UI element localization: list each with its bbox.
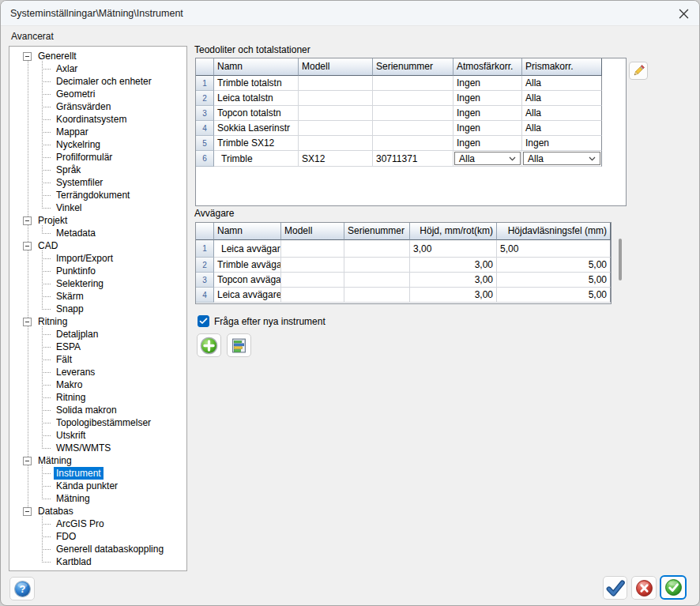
row-header[interactable]: 3	[196, 106, 214, 121]
grid-cell[interactable]	[299, 91, 373, 106]
grid-cell[interactable]: 3,00	[410, 288, 497, 303]
grid-cell[interactable]: 3,00	[410, 273, 497, 288]
grid-cell[interactable]	[373, 121, 453, 136]
column-header-namn[interactable]: Namn	[214, 58, 299, 76]
grid-cell[interactable]	[373, 106, 453, 121]
grid-cell[interactable]: 3,00	[410, 240, 497, 258]
grid-cell[interactable]	[373, 91, 453, 106]
row-header[interactable]: 4	[196, 121, 214, 136]
grid-cell[interactable]: Ingen	[453, 121, 522, 136]
tree-node-koordinatsystem[interactable]: Koordinatsystem	[9, 113, 186, 126]
close-button[interactable]	[676, 6, 691, 21]
grid-cell[interactable]: 5,00	[497, 288, 611, 303]
add-instrument-button[interactable]	[197, 333, 221, 357]
grid-cell[interactable]	[281, 258, 344, 273]
row-header[interactable]: 3	[196, 273, 214, 288]
tree-node-mätning[interactable]: Mätning	[9, 492, 186, 505]
tree-node-wms-wmts[interactable]: WMS/WMTS	[9, 442, 186, 454]
grid-cell[interactable]: Trimble	[214, 151, 299, 167]
tree-node-fdo[interactable]: FDO	[9, 530, 186, 543]
grid-cell[interactable]: Trimble avvägare	[214, 258, 281, 273]
tree-node-selektering[interactable]: Selektering	[9, 277, 186, 290]
column-header-namn[interactable]: Namn	[214, 223, 281, 240]
collapse-icon[interactable]	[23, 52, 32, 61]
grid-cell[interactable]: Topcon avvägare	[214, 273, 281, 288]
grid-cell[interactable]	[281, 288, 344, 303]
row-header[interactable]: 1	[196, 240, 214, 258]
column-header-serienummer[interactable]: Serienummer	[373, 58, 453, 76]
grid-cell[interactable]: Topcon totalstn	[214, 106, 299, 121]
column-header-modell[interactable]: Modell	[281, 223, 344, 240]
tree-node-utskrift[interactable]: Utskrift	[9, 429, 186, 442]
grid-cell[interactable]	[344, 240, 410, 258]
tree-node-ritning[interactable]: Ritning	[9, 315, 186, 328]
grid-cell[interactable]: 5,00	[497, 273, 611, 288]
tree-node-leverans[interactable]: Leverans	[9, 366, 186, 378]
grid-cell[interactable]	[299, 136, 373, 151]
grid-cell[interactable]	[281, 273, 344, 288]
collapse-icon[interactable]	[23, 216, 32, 225]
grid-cell[interactable]: Leica avvägare	[214, 240, 281, 258]
tree-node-kända-punkter[interactable]: Kända punkter	[9, 480, 186, 492]
grid-cell[interactable]: Ingen	[453, 106, 522, 121]
tree-node-databas[interactable]: Databas	[9, 505, 186, 518]
ok-button[interactable]	[660, 575, 687, 600]
grid-cell[interactable]	[299, 121, 373, 136]
collapse-icon[interactable]	[23, 457, 32, 465]
tree-node-nyckelring[interactable]: Nyckelring	[9, 138, 186, 151]
row-header[interactable]: 5	[196, 136, 214, 151]
grid-cell[interactable]: SX12	[299, 151, 373, 167]
grid-cell[interactable]: Leica avvägare	[214, 288, 281, 303]
grid-corner-cell[interactable]	[196, 223, 214, 240]
tree-node-instrument[interactable]: Instrument	[9, 467, 186, 480]
tree-node-profilformulär[interactable]: Profilformulär	[9, 151, 186, 164]
grid-cell[interactable]: Trimble totalstn	[214, 76, 299, 91]
grid-cell[interactable]: Trimble SX12	[214, 136, 299, 151]
column-header-höjd-mm-rot-km[interactable]: Höjd, mm/rot(km)	[410, 223, 497, 240]
ask-new-instrument-checkbox[interactable]	[198, 315, 209, 327]
column-header-prismakorr[interactable]: Prismakorr.	[522, 58, 602, 76]
grid-cell[interactable]: Alla	[522, 121, 602, 136]
collapse-icon[interactable]	[23, 507, 32, 516]
tree-node-import-export[interactable]: Import/Export	[9, 252, 186, 265]
collapse-icon[interactable]	[23, 318, 32, 326]
prismakorr-dropdown-field[interactable]: Alla	[523, 152, 600, 165]
grid-cell[interactable]	[281, 240, 344, 258]
row-header[interactable]: 2	[196, 91, 214, 106]
tree-node-generellt[interactable]: Generellt	[9, 50, 186, 62]
grid-cell[interactable]: Ingen	[522, 136, 602, 151]
tree-node-espa[interactable]: ESPA	[9, 341, 186, 353]
tree-node-geometri[interactable]: Geometri	[9, 88, 186, 100]
grid-cell[interactable]: 5,00	[497, 258, 611, 273]
column-header-höjdavläsningsfel-mm[interactable]: Höjdavläsningsfel (mm)	[497, 223, 611, 240]
tree-node-gränsvärden[interactable]: Gränsvärden	[9, 100, 186, 113]
tree-node-cad[interactable]: CAD	[9, 239, 186, 252]
collapse-icon[interactable]	[23, 242, 32, 250]
tree-node-projekt[interactable]: Projekt	[9, 214, 186, 227]
row-header[interactable]: 2	[196, 258, 214, 273]
levels-grid[interactable]: NamnModellSerienummerHöjd, mm/rot(km)Höj…	[195, 222, 612, 304]
grid-cell[interactable]: Ingen	[453, 91, 522, 106]
tree-node-ritning[interactable]: Ritning	[9, 391, 186, 404]
tree-node-systemfiler[interactable]: Systemfiler	[9, 176, 186, 189]
tree-node-axlar[interactable]: Axlar	[9, 62, 186, 75]
grid-cell[interactable]	[299, 106, 373, 121]
grid-cell[interactable]: 5,00	[497, 240, 611, 258]
tree-node-detaljplan[interactable]: Detaljplan	[9, 328, 186, 341]
menu-item-avancerat[interactable]: Avancerat	[8, 29, 57, 43]
row-header[interactable]: 6	[196, 151, 214, 167]
grid-cell[interactable]	[373, 76, 453, 91]
grid-cell[interactable]: Leica totalstn	[214, 91, 299, 106]
tree-node-kartblad[interactable]: Kartblad	[9, 555, 186, 568]
help-button[interactable]: ?	[9, 577, 35, 600]
grid-cell[interactable]: Ingen	[453, 136, 522, 151]
instrument-types-button[interactable]	[227, 333, 251, 357]
tree-node-mappar[interactable]: Mappar	[9, 126, 186, 138]
tree-node-topologibestämmelser[interactable]: Topologibestämmelser	[9, 416, 186, 429]
grid-cell[interactable]: Ingen	[453, 76, 522, 91]
grid-corner-cell[interactable]	[196, 58, 214, 76]
tree-node-metadata[interactable]: Metadata	[9, 227, 186, 239]
levels-scrollbar[interactable]	[619, 239, 622, 280]
atmosfarkorr-dropdown-field[interactable]: Alla	[454, 152, 521, 165]
apply-button[interactable]	[603, 576, 627, 600]
